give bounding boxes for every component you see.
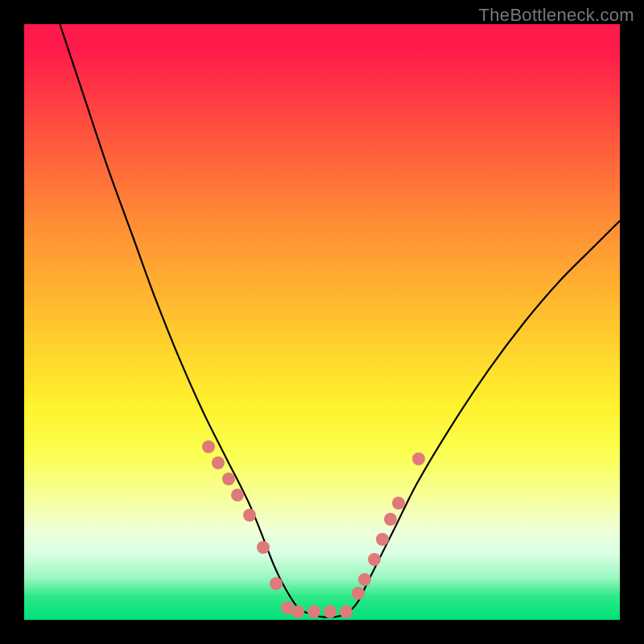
data-dot [308, 605, 320, 618]
data-dot [202, 440, 215, 453]
data-dot [270, 577, 283, 590]
data-dot [340, 605, 353, 618]
chart-frame: TheBottleneck.com [0, 0, 644, 644]
data-dot [291, 605, 304, 618]
curve-path [60, 24, 620, 617]
data-dot [212, 456, 225, 469]
bottleneck-curve [24, 24, 620, 620]
data-dot [324, 605, 336, 618]
plot-area [24, 24, 620, 620]
data-dot [392, 497, 405, 510]
watermark-text: TheBottleneck.com [479, 5, 634, 26]
data-dot [376, 533, 389, 546]
data-dot [243, 509, 256, 522]
data-dot [412, 452, 425, 465]
data-dot [384, 513, 397, 526]
data-dot [358, 573, 371, 586]
data-dot [231, 489, 244, 502]
